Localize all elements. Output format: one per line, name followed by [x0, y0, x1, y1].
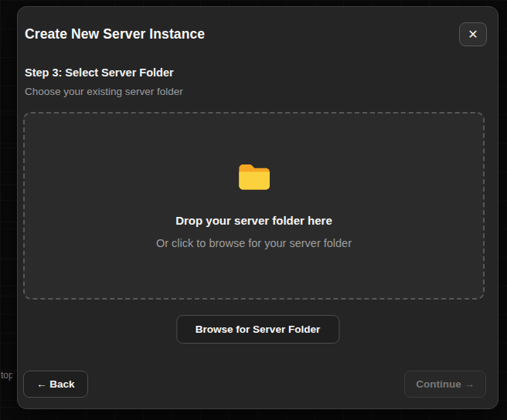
close-icon: ✕ [468, 28, 478, 41]
close-button[interactable]: ✕ [459, 22, 487, 46]
dropzone-heading: Drop your server folder here [175, 214, 332, 227]
step-heading: Step 3: Select Server Folder [25, 66, 491, 79]
backdrop-row-lines [0, 74, 19, 420]
server-folder-dropzone[interactable]: Drop your server folder here Or click to… [23, 112, 485, 300]
modal-title: Create New Server Instance [25, 26, 205, 42]
folder-icon [236, 160, 272, 194]
continue-button[interactable]: Continue → [404, 371, 486, 398]
step-subheading: Choose your existing server folder [25, 86, 491, 97]
dropzone-subheading: Or click to browse for your server folde… [156, 237, 352, 249]
browse-for-server-folder-button[interactable]: Browse for Server Folder [176, 315, 339, 344]
back-button[interactable]: ← Back [23, 371, 88, 398]
create-server-modal: Create New Server Instance ✕ Step 3: Sel… [17, 6, 498, 409]
background-text-fragment: top [1, 370, 12, 381]
modal-header: Create New Server Instance ✕ [25, 22, 487, 46]
modal-footer: ← Back Continue → [23, 371, 486, 398]
